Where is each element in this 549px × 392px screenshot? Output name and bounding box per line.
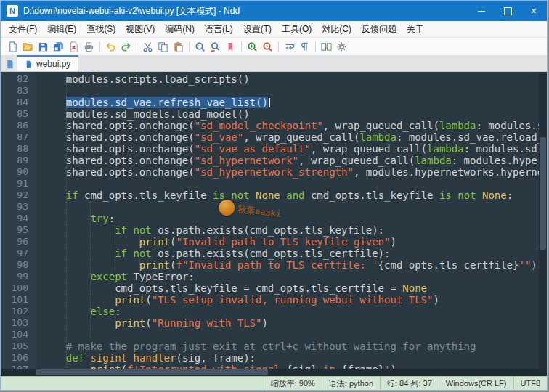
- open-file-icon[interactable]: [20, 39, 36, 54]
- close-file-icon[interactable]: [66, 39, 81, 54]
- code-line-92[interactable]: if cmd_opts.tls_keyfile is not None and …: [41, 189, 547, 201]
- vertical-scrollbar[interactable]: [539, 72, 547, 369]
- line-number-88: 88: [1, 143, 28, 155]
- vertical-scrollbar-thumb[interactable]: [540, 137, 546, 250]
- line-number-98: 98: [1, 259, 28, 271]
- code-area[interactable]: 秋葉aaaki modules.scripts.load_scripts() m…: [36, 72, 547, 369]
- gutter: 8283848586878889909192939495969798991001…: [1, 72, 36, 369]
- cut-icon[interactable]: [140, 39, 155, 54]
- line-number-100: 100: [1, 282, 28, 294]
- menu-item-5[interactable]: 语言(L): [200, 22, 238, 37]
- word-wrap-icon[interactable]: [282, 39, 297, 54]
- code-line-85[interactable]: modules.sd_models.load_model(): [41, 108, 547, 120]
- new-file-icon[interactable]: [5, 39, 20, 54]
- line-number-102: 102: [1, 306, 28, 317]
- menu-item-2[interactable]: 查找(S): [81, 22, 121, 37]
- line-number-96: 96: [1, 236, 28, 248]
- code-line-97[interactable]: if not os.path.exists(cmd_opts.tls_certf…: [41, 248, 547, 259]
- maximize-button[interactable]: [495, 1, 521, 21]
- menu-item-7[interactable]: 工具(O): [277, 22, 317, 37]
- toolbar-separator: [241, 41, 242, 52]
- menu-item-6[interactable]: 设置(T): [238, 22, 277, 37]
- toolbar-separator: [315, 41, 316, 52]
- code-line-104[interactable]: [41, 329, 547, 340]
- horizontal-scrollbar[interactable]: [1, 369, 547, 376]
- code-line-86[interactable]: shared.opts.onchange("sd_model_checkpoin…: [41, 120, 547, 131]
- file-compare-icon[interactable]: [319, 39, 334, 54]
- line-number-106: 106: [1, 352, 28, 364]
- minimize-button[interactable]: [468, 1, 495, 21]
- line-number-92: 92: [1, 189, 28, 201]
- copy-icon[interactable]: [155, 39, 171, 54]
- find-icon[interactable]: [192, 39, 208, 54]
- code-line-100[interactable]: cmd_opts.tls_keyfile = cmd_opts.tls_cert…: [41, 282, 547, 294]
- tab-webui.py[interactable]: webui.py: [17, 55, 78, 71]
- line-number-82: 82: [1, 73, 28, 85]
- code-line-98[interactable]: print(f"Invalid path to TLS certfile: '{…: [41, 259, 547, 271]
- menu-item-1[interactable]: 编辑(E): [42, 22, 81, 37]
- redo-icon[interactable]: [118, 39, 134, 54]
- code-line-94[interactable]: try:: [41, 213, 547, 224]
- print-icon[interactable]: [81, 39, 97, 54]
- code-line-83[interactable]: [41, 85, 547, 97]
- undo-icon[interactable]: [103, 39, 118, 54]
- line-number-105: 105: [1, 340, 28, 352]
- code-line-90[interactable]: shared.opts.onchange("sd_hypernetwork_st…: [41, 166, 547, 178]
- horizontal-scrollbar-thumb[interactable]: [36, 369, 268, 375]
- title-bar: N D:\down\novelai-webui-aki-v2\webui.py …: [1, 1, 547, 21]
- line-number-95: 95: [1, 224, 28, 236]
- menu-item-3[interactable]: 视图(V): [121, 22, 160, 37]
- editor[interactable]: 8283848586878889909192939495969798991001…: [1, 72, 547, 369]
- code-line-95[interactable]: if not os.path.exists(cmd_opts.tls_keyfi…: [41, 224, 547, 236]
- menu-item-0[interactable]: 文件(F): [4, 22, 42, 37]
- code-line-101[interactable]: print("TLS setup invalid, running webui …: [41, 294, 547, 306]
- status-segment-4: UTF8: [513, 377, 548, 390]
- code-line-99[interactable]: except TypeError:: [41, 271, 547, 282]
- line-number-94: 94: [1, 213, 28, 224]
- line-number-87: 87: [1, 131, 28, 143]
- menu-item-9[interactable]: 反馈问题: [357, 22, 402, 37]
- code-line-84[interactable]: modules.sd_vae.refresh_vae_list(): [41, 97, 547, 108]
- paste-icon[interactable]: [171, 39, 186, 54]
- menu-item-8[interactable]: 对比(C): [317, 22, 357, 37]
- zoom-in-icon[interactable]: [245, 39, 260, 54]
- save-file-icon[interactable]: [36, 39, 51, 54]
- show-whitespace-icon[interactable]: [297, 39, 312, 54]
- code-line-87[interactable]: shared.opts.onchange("sd_vae", wrap_queu…: [41, 131, 547, 143]
- settings-icon[interactable]: [334, 39, 349, 54]
- code-line-107[interactable]: print(f'Interrupted with signal {sig} in…: [41, 364, 547, 369]
- file-list-button[interactable]: [2, 57, 17, 71]
- menu-item-4[interactable]: 编码(N): [160, 22, 200, 37]
- code-line-96[interactable]: print("Invalid path to TLS keyfile given…: [41, 236, 547, 248]
- line-number-85: 85: [1, 108, 28, 120]
- zoom-out-icon[interactable]: [260, 39, 275, 54]
- status-right-group: 缩放率: 90%语法: python行: 84 列: 37Windows(CR …: [264, 377, 547, 390]
- close-button[interactable]: ×: [521, 1, 547, 21]
- code-line-91[interactable]: [41, 178, 547, 189]
- toolbar-separator: [137, 41, 137, 52]
- code-line-102[interactable]: else:: [41, 306, 547, 317]
- code-line-89[interactable]: shared.opts.onchange("sd_hypernetwork", …: [41, 155, 547, 166]
- code-line-103[interactable]: print("Running with TLS"): [41, 317, 547, 329]
- status-segment-3: Windows(CR LF): [439, 377, 513, 390]
- line-number-83: 83: [1, 85, 28, 97]
- line-number-89: 89: [1, 155, 28, 166]
- status-segment-2: 行: 84 列: 37: [380, 377, 439, 390]
- code-line-88[interactable]: shared.opts.onchange("sd_vae_as_default"…: [41, 143, 547, 155]
- code-line-105[interactable]: # make the program just exit at ctrl+c w…: [41, 340, 547, 352]
- line-number-107: 107: [1, 364, 28, 369]
- code-line-82[interactable]: modules.scripts.load_scripts(): [41, 73, 547, 85]
- line-number-101: 101: [1, 294, 28, 306]
- toolbar-separator: [99, 41, 100, 52]
- menu-item-10[interactable]: 关于: [402, 22, 429, 37]
- line-number-103: 103: [1, 317, 28, 329]
- line-number-90: 90: [1, 166, 28, 178]
- bookmark-icon[interactable]: [223, 39, 238, 54]
- app-window: N D:\down\novelai-webui-aki-v2\webui.py …: [0, 0, 548, 391]
- line-number-84: 84: [1, 97, 28, 108]
- file-icon: [25, 60, 33, 68]
- code-line-93[interactable]: [41, 201, 547, 213]
- save-all-icon[interactable]: [51, 39, 66, 54]
- replace-icon[interactable]: [208, 39, 223, 54]
- code-line-106[interactable]: def sigint_handler(sig, frame):: [41, 352, 547, 364]
